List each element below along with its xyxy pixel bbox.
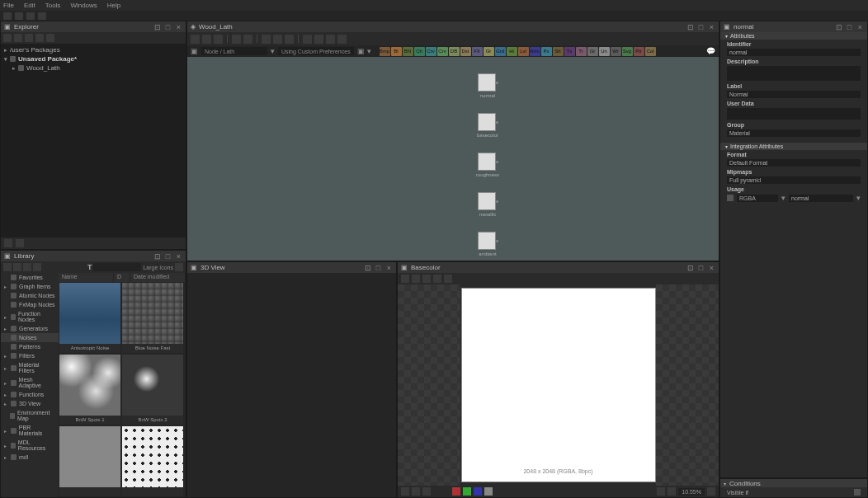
tool-btn[interactable] — [14, 34, 22, 42]
tool-btn[interactable] — [202, 35, 211, 44]
col-date[interactable]: Date modified — [130, 273, 186, 282]
maximize-icon[interactable]: □ — [164, 23, 172, 31]
tool-btn[interactable] — [433, 275, 441, 283]
tool-btn[interactable] — [273, 35, 282, 44]
library-thumb[interactable] — [59, 426, 120, 496]
tree-package[interactable]: Unsaved Package* — [18, 55, 77, 63]
close-icon[interactable]: × — [175, 23, 182, 31]
node-chip-db[interactable]: DB — [449, 47, 460, 56]
node-chip-bl[interactable]: Bl — [391, 47, 402, 56]
tool-btn[interactable] — [15, 12, 23, 20]
library-thumb[interactable]: Blue Noise Fast — [122, 283, 183, 353]
pin-icon[interactable]: ⊡ — [153, 252, 161, 260]
channel-a[interactable] — [484, 487, 493, 496]
graph-node-basecolor[interactable]: basecolor — [478, 113, 496, 131]
col-name[interactable]: Name — [59, 273, 114, 282]
graph-node-normal[interactable]: normal — [478, 73, 496, 92]
section-attributes[interactable]: Attributes — [730, 33, 755, 39]
tool-btn[interactable] — [707, 487, 715, 496]
tool-btn[interactable] — [422, 487, 431, 496]
node-chip-hi[interactable]: Hi — [507, 47, 517, 56]
node-chip-fx[interactable]: FX — [472, 47, 483, 56]
maximize-icon[interactable]: □ — [846, 23, 853, 31]
tool-btn[interactable] — [38, 12, 46, 20]
library-cat-material-filters[interactable]: ▸Material Filters — [1, 360, 59, 375]
graph-canvas[interactable]: normalbasecolorroughnessmetallicambient — [187, 57, 719, 261]
node-chip-gr[interactable]: Gr — [587, 47, 598, 56]
tool-btn[interactable] — [303, 35, 312, 44]
node-chip-un[interactable]: Un — [599, 47, 610, 56]
node-chip-gr[interactable]: Gr — [484, 47, 494, 56]
node-chip-crv[interactable]: Crv — [437, 47, 448, 56]
node-chip-bn[interactable]: BN — [403, 47, 413, 56]
node-chip-ch[interactable]: Ch — [414, 47, 425, 56]
tool-btn[interactable] — [214, 35, 223, 44]
close-icon[interactable]: × — [708, 23, 715, 31]
library-cat-3d-view[interactable]: ▸3D View — [1, 399, 59, 408]
usage-icon[interactable] — [727, 195, 734, 201]
tool-btn[interactable] — [35, 34, 44, 42]
col-d[interactable]: D — [114, 273, 130, 282]
field-mipmaps[interactable]: Full pyramid — [727, 176, 861, 184]
close-icon[interactable]: × — [385, 264, 393, 271]
graph-node-roughness[interactable]: roughness — [478, 153, 496, 171]
tool-btn[interactable] — [23, 263, 31, 271]
tool-btn[interactable] — [25, 34, 33, 42]
field-usage-rgba[interactable]: RGBA — [737, 195, 778, 202]
library-thumb[interactable]: BnW Spots 2 — [122, 355, 183, 425]
library-cat-atomic-nodes[interactable]: Atomic Nodes — [1, 291, 59, 300]
library-cat-functions[interactable]: ▸Functions — [1, 390, 59, 399]
maximize-icon[interactable]: □ — [375, 264, 382, 271]
tool-btn[interactable] — [285, 35, 294, 44]
library-cat-pbr-materials[interactable]: ▸PBR Materials — [1, 423, 59, 438]
library-cat-mdl[interactable]: ▸mdl — [1, 453, 59, 462]
pin-icon[interactable]: ⊡ — [153, 23, 161, 31]
library-cat-mdl-resources[interactable]: ▸MDL Resources — [1, 438, 59, 453]
graph-node-ambient[interactable]: ambient — [478, 232, 496, 250]
graph-preset[interactable]: Using Custom Preferences — [278, 47, 354, 55]
node-chip-svg[interactable]: Svg — [622, 47, 633, 56]
menu-help[interactable]: Help — [107, 2, 120, 9]
menu-edit[interactable]: Edit — [24, 2, 35, 9]
channel-r[interactable] — [452, 487, 460, 496]
node-chip-nrm[interactable]: Nrm — [530, 47, 540, 56]
tool-btn[interactable] — [26, 12, 35, 20]
library-cat-fxmap-nodes[interactable]: FxMap Nodes — [1, 300, 59, 309]
tool-btn[interactable] — [412, 275, 420, 283]
tool-btn[interactable] — [191, 35, 200, 44]
node-chip-grd[interactable]: Grd — [495, 47, 506, 56]
explorer-tree[interactable]: ▸/user's Packages ▾Unsaved Package* ▸Woo… — [1, 44, 186, 237]
tree-root[interactable]: /user's Packages — [10, 46, 60, 54]
node-chip-bmp[interactable]: Bmp — [380, 47, 390, 56]
tool-btn[interactable] — [314, 35, 323, 44]
node-chip-px[interactable]: Px — [541, 47, 552, 56]
tool-btn[interactable] — [422, 275, 431, 283]
node-chip-wr[interactable]: Wr — [611, 47, 621, 56]
library-cat-mesh-adaptive[interactable]: ▸Mesh Adaptive — [1, 375, 59, 390]
library-thumb[interactable]: Anisotropic Noise — [59, 283, 120, 353]
view-mode-select[interactable]: Large Icons — [143, 265, 173, 270]
node-chip-dst[interactable]: Dst — [460, 47, 471, 56]
tool-btn[interactable] — [243, 35, 252, 44]
field-usage-name[interactable]: normal — [789, 195, 853, 202]
tree-graph-item[interactable]: Wood_Lath — [26, 64, 60, 72]
channel-g[interactable] — [463, 487, 471, 496]
field-identifier[interactable]: normal — [727, 49, 861, 56]
close-icon[interactable]: × — [708, 264, 715, 271]
3d-viewport[interactable] — [187, 273, 396, 497]
tool-btn[interactable] — [326, 35, 335, 44]
tool-btn[interactable] — [668, 487, 676, 496]
graph-breadcrumb[interactable]: Node / Lath — [201, 47, 267, 55]
field-description[interactable] — [727, 66, 861, 81]
field-userdata[interactable] — [727, 108, 861, 120]
field-label[interactable]: Normal — [727, 91, 861, 98]
pin-icon[interactable]: ⊡ — [835, 23, 842, 31]
tool-btn[interactable] — [4, 239, 12, 247]
2d-viewport[interactable]: 2048 x 2048 (RGBA, 8bpc) — [398, 284, 719, 486]
tool-btn[interactable] — [3, 12, 12, 20]
tool-btn[interactable] — [3, 263, 12, 271]
tool-btn[interactable] — [337, 35, 347, 44]
node-chip-lvl[interactable]: Lvl — [518, 47, 529, 56]
section-integration[interactable]: Integration Attributes — [730, 143, 783, 149]
maximize-icon[interactable]: □ — [697, 23, 705, 31]
